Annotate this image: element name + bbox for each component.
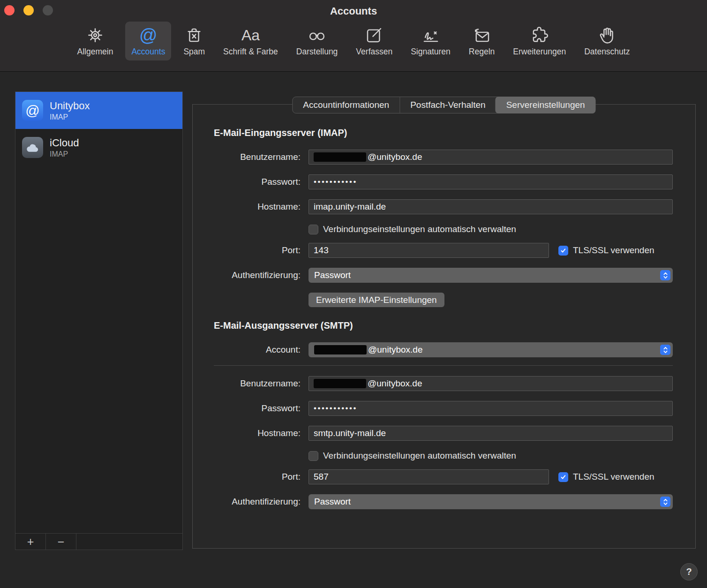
toolbar-item-allgemein[interactable]: Allgemein	[71, 22, 120, 60]
imap-auto-manage-row: Verbindungseinstellungen automatisch ver…	[308, 224, 673, 234]
tab-servereinstellungen[interactable]: Servereinstellungen	[496, 97, 596, 113]
imap-port-row: Port: 143 TLS/SSL verwenden	[214, 243, 673, 258]
smtp-account-popup[interactable]: @unitybox.de	[308, 342, 673, 357]
advanced-imap-settings-button[interactable]: Erweiterte IMAP-Einstellungen	[308, 293, 444, 307]
fonts-icon: Aa	[241, 24, 260, 46]
preferences-toolbar: Allgemein @ Accounts Spam Aa Schrift & F…	[0, 21, 707, 60]
signature-icon	[421, 24, 441, 46]
gear-icon	[85, 24, 105, 46]
smtp-auto-manage-label: Verbindungseinstellungen automatisch ver…	[323, 451, 516, 461]
imap-password-dots: •••••••••••	[314, 177, 357, 187]
imap-username-domain: @unitybox.de	[368, 152, 422, 162]
imap-auto-manage-checkbox[interactable]	[308, 225, 318, 234]
toolbar-item-erweiterungen[interactable]: Erweiterungen	[507, 22, 572, 60]
add-account-button[interactable]: +	[15, 534, 46, 550]
account-row-unitybox[interactable]: @ Unitybox IMAP	[15, 92, 182, 129]
smtp-auth-label: Authentifizierung:	[214, 497, 301, 507]
icloud-badge	[22, 137, 43, 158]
extensions-puzzle-icon	[530, 24, 549, 46]
smtp-hostname-row: Hostname: smtp.unity-mail.de	[214, 426, 673, 441]
toolbar-item-accounts[interactable]: @ Accounts	[125, 22, 171, 60]
server-settings-form: E-Mail-Eingangsserver (IMAP) Benutzernam…	[193, 105, 695, 509]
zoom-button-disabled[interactable]	[43, 5, 53, 15]
toolbar-item-regeln[interactable]: Regeln	[463, 22, 501, 60]
toolbar-item-label: Regeln	[469, 47, 495, 57]
toolbar-item-datenschutz[interactable]: Datenschutz	[578, 22, 636, 60]
smtp-divider	[214, 365, 673, 366]
toolbar-item-signaturen[interactable]: Signaturen	[405, 22, 457, 60]
account-name: iCloud	[50, 137, 79, 149]
rules-envelope-icon	[472, 24, 492, 46]
smtp-username-field[interactable]: @unitybox.de	[308, 376, 673, 391]
smtp-hostname-field[interactable]: smtp.unity-mail.de	[308, 426, 673, 441]
smtp-username-row: Benutzername: @unitybox.de	[214, 376, 673, 391]
smtp-password-label: Passwort:	[214, 403, 301, 414]
imap-password-label: Passwort:	[214, 177, 301, 187]
account-row-icloud[interactable]: iCloud IMAP	[15, 129, 182, 166]
toolbar-item-label: Datenschutz	[584, 47, 630, 57]
smtp-port-row: Port: 587 TLS/SSL verwenden	[214, 469, 673, 484]
smtp-section-title: E-Mail-Ausgangsserver (SMTP)	[214, 320, 673, 331]
toolbar-item-verfassen[interactable]: Verfassen	[350, 22, 399, 60]
titlebar: Accounts	[0, 0, 707, 21]
compose-icon	[364, 24, 384, 46]
redacted-username	[314, 379, 366, 388]
imap-tls-label: TLS/SSL verwenden	[573, 245, 654, 256]
smtp-hostname-label: Hostname:	[214, 428, 301, 438]
toolbar-item-label: Accounts	[131, 47, 165, 57]
imap-port-label: Port:	[214, 245, 301, 256]
imap-section-title: E-Mail-Eingangsserver (IMAP)	[214, 128, 673, 138]
server-settings-panel: Accountinformationen Postfach-Verhalten …	[192, 104, 696, 549]
imap-hostname-label: Hostname:	[214, 202, 301, 212]
account-type: IMAP	[50, 150, 79, 158]
account-text: iCloud IMAP	[50, 137, 79, 158]
remove-account-button[interactable]: −	[46, 534, 76, 550]
smtp-password-field[interactable]: •••••••••••	[308, 401, 673, 416]
imap-password-field[interactable]: •••••••••••	[308, 174, 673, 189]
toolbar-item-label: Allgemein	[77, 47, 113, 57]
toolbar-item-label: Erweiterungen	[513, 47, 566, 57]
smtp-account-label: Account:	[214, 345, 301, 355]
smtp-account-domain: @unitybox.de	[368, 345, 422, 355]
smtp-port-field[interactable]: 587	[308, 469, 549, 484]
smtp-username-label: Benutzername:	[214, 378, 301, 389]
toolbar-item-spam[interactable]: Spam	[177, 22, 211, 60]
account-name: Unitybox	[50, 100, 90, 112]
smtp-auth-popup[interactable]: Passwort	[308, 494, 673, 509]
smtp-account-row: Account: @unitybox.de	[214, 342, 673, 357]
imap-auth-value: Passwort	[314, 270, 351, 280]
toolbar-item-label: Schrift & Farbe	[223, 47, 278, 57]
imap-password-row: Passwort: •••••••••••	[214, 174, 673, 189]
smtp-tls-checkbox[interactable]	[558, 472, 568, 482]
smtp-username-domain: @unitybox.de	[368, 378, 422, 389]
junk-trash-icon	[184, 24, 204, 46]
popup-stepper-icon	[660, 345, 670, 355]
tab-accountinformationen[interactable]: Accountinformationen	[293, 97, 399, 113]
imap-hostname-field[interactable]: imap.unity-mail.de	[308, 199, 673, 214]
imap-username-field[interactable]: @unitybox.de	[308, 150, 673, 165]
mail-preferences-window: Accounts Allgemein @ Accounts Spam Aa	[0, 0, 707, 588]
smtp-auto-manage-checkbox[interactable]	[308, 451, 318, 461]
viewing-glasses-icon	[307, 24, 327, 46]
account-type: IMAP	[50, 113, 90, 121]
toolbar-item-darstellung[interactable]: Darstellung	[290, 22, 344, 60]
at-account-badge: @	[22, 100, 43, 121]
accounts-sidebar: @ Unitybox IMAP iCloud IMAP + −	[15, 91, 183, 550]
window-title: Accounts	[0, 0, 707, 23]
imap-tls-checkbox[interactable]	[558, 246, 568, 256]
smtp-password-row: Passwort: •••••••••••	[214, 401, 673, 416]
toolbar-item-schrift-farbe[interactable]: Aa Schrift & Farbe	[217, 22, 284, 60]
imap-port-field[interactable]: 143	[308, 243, 549, 258]
minimize-button[interactable]	[23, 5, 34, 15]
toolbar-item-label: Darstellung	[296, 47, 338, 57]
window-chrome: Accounts Allgemein @ Accounts Spam Aa	[0, 0, 707, 72]
imap-auth-popup[interactable]: Passwort	[308, 268, 673, 283]
tab-postfach-verhalten[interactable]: Postfach-Verhalten	[399, 97, 496, 113]
redacted-username	[314, 152, 366, 162]
imap-auto-manage-label: Verbindungseinstellungen automatisch ver…	[323, 224, 516, 234]
close-button[interactable]	[4, 5, 15, 15]
popup-stepper-icon	[660, 497, 670, 507]
account-tabs: Accountinformationen Postfach-Verhalten …	[292, 97, 595, 113]
imap-auth-label: Authentifizierung:	[214, 270, 301, 280]
help-button[interactable]: ?	[680, 563, 698, 580]
